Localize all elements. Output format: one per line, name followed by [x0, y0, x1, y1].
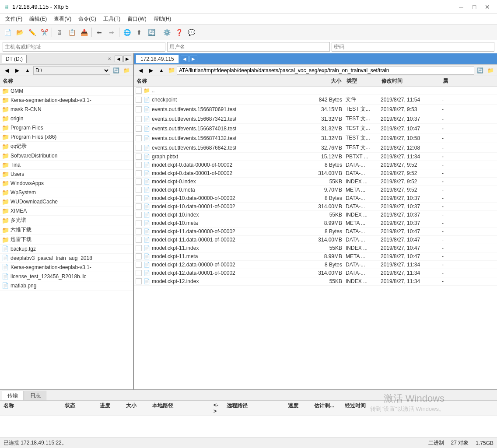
left-panel-close[interactable]: ✕ [106, 56, 113, 62]
left-up-button[interactable]: ▲ [23, 66, 32, 75]
right-nav-left[interactable]: ◀ [181, 56, 189, 62]
list-item[interactable]: 📁Users [0, 170, 133, 179]
left-nav-left[interactable]: ◀ [115, 56, 122, 62]
table-row[interactable]: 📄events.out.tfevents.1566874018.test31.3… [134, 124, 497, 133]
menu-command[interactable]: 命令(C) [75, 14, 100, 24]
list-item[interactable]: 📁mask R-CNN [0, 105, 133, 114]
tb-btn14[interactable]: ❓ [173, 27, 185, 38]
right-new-folder-button[interactable]: 📁 [486, 66, 495, 75]
list-item[interactable]: 📁WUDownloadCache [0, 197, 133, 206]
list-item[interactable]: 📁Keras-segmentation-deeplab-v3.1- [0, 96, 133, 105]
table-row[interactable]: 📄events.out.tfevents.1566873421.test31.3… [134, 114, 497, 124]
tb-btn8[interactable]: ⬅ [94, 27, 105, 38]
table-row[interactable]: 📄checkpoint842 Bytes文件2019/8/27, 11:54- [134, 95, 497, 105]
table-row[interactable]: 📄model.ckpt-10.meta8.99MBMETA ...2019/8/… [134, 219, 497, 228]
table-row[interactable]: 📄model.ckpt-0.data-00001-of-00002314.00M… [134, 169, 497, 178]
table-row[interactable]: 📄events.out.tfevents.1566870691.test34.1… [134, 105, 497, 114]
table-row[interactable]: 📄model.ckpt-10.index55KBINDEX ...2019/8/… [134, 211, 497, 219]
right-col-name-header[interactable]: 名称 [134, 77, 300, 85]
list-item[interactable]: 📁多光谱 [0, 216, 133, 225]
list-item[interactable]: 📁WpSystem [0, 188, 133, 197]
list-item[interactable]: 📁XIMEA [0, 206, 133, 216]
menu-tools[interactable]: 工具(T) [100, 14, 124, 24]
right-col-extra-header[interactable]: 属 [440, 77, 497, 85]
tb-btn7[interactable]: 📥 [78, 27, 90, 38]
menu-window[interactable]: 窗口(W) [124, 14, 150, 24]
list-item[interactable]: 📁WindowsApps [0, 179, 133, 188]
list-item[interactable]: 📁六维下载 [0, 225, 133, 235]
list-item[interactable]: 📄Keras-segmentation-deeplab-v3.1- [0, 263, 133, 272]
list-item[interactable]: 📁origin [0, 114, 133, 123]
tb-btn9[interactable]: ➡ [106, 27, 117, 38]
username-input[interactable] [167, 42, 330, 52]
right-back-button[interactable]: ◀ [136, 66, 145, 75]
list-item[interactable]: 📁GMM [0, 87, 133, 96]
left-forward-button[interactable]: ▶ [12, 66, 22, 75]
left-path-select[interactable]: D:\ [33, 66, 110, 75]
tb-btn6[interactable]: 📋 [66, 27, 77, 38]
table-row[interactable]: 📄model.ckpt-12.data-00001-of-00002314.00… [134, 269, 497, 277]
tb-btn4[interactable]: ✂️ [38, 27, 50, 38]
table-row[interactable]: 📄events.out.tfevents.1566874132.test31.3… [134, 133, 497, 143]
table-row[interactable]: 📄model.ckpt-11.meta8.99MBMETA ...2019/8/… [134, 252, 497, 261]
right-col-size-header[interactable]: 大小 [300, 77, 344, 85]
list-item[interactable]: 📁Program Files [0, 123, 133, 133]
new-session-button[interactable]: 📄 [2, 27, 13, 38]
right-col-type-header[interactable]: 类型 [344, 77, 379, 85]
table-row[interactable]: 📄events.out.tfevents.1566876842.test32.7… [134, 143, 497, 153]
table-row[interactable]: 📄model.ckpt-0.data-00000-of-000028 Bytes… [134, 161, 497, 169]
table-row[interactable]: 📄model.ckpt-11.data-00001-of-00002314.00… [134, 236, 497, 244]
list-item[interactable]: 📄matlab.png [0, 281, 133, 290]
list-item[interactable]: 📁Program Files (x86) [0, 133, 133, 142]
list-item[interactable]: 📁qq记录 [0, 142, 133, 151]
right-panel-tab[interactable]: 172.18.49.115 [136, 55, 179, 63]
transfer-tab-transfer[interactable]: 传输 [2, 391, 24, 400]
table-row[interactable]: 📄model.ckpt-10.data-00001-of-00002314.00… [134, 203, 497, 211]
table-row[interactable]: 📄model.ckpt-12.index55KBINDEX ...2019/8/… [134, 277, 497, 286]
password-input[interactable] [332, 42, 494, 52]
right-up-button[interactable]: ▲ [157, 66, 166, 75]
right-col-time-header[interactable]: 修改时间 [379, 77, 440, 85]
transfer-tab-log[interactable]: 日志 [24, 391, 46, 400]
list-item[interactable]: 📁迅雷下载 [0, 235, 133, 245]
menu-file[interactable]: 文件(F) [2, 14, 26, 24]
maximize-button[interactable]: □ [468, 2, 480, 12]
left-nav-right[interactable]: ▶ [123, 56, 131, 62]
list-item[interactable]: 📄backup.tgz [0, 245, 133, 254]
host-input[interactable] [3, 42, 165, 52]
table-row[interactable]: 📄model.ckpt-12.data-00000-of-000028 Byte… [134, 261, 497, 269]
menu-view[interactable]: 查看(V) [50, 14, 75, 24]
left-refresh-button[interactable]: 🔄 [111, 66, 121, 75]
left-new-folder-button[interactable]: 📁 [122, 66, 131, 75]
left-panel-tab[interactable]: DT (D:) [2, 55, 27, 63]
menu-help[interactable]: 帮助(H) [150, 14, 175, 24]
tb-btn15[interactable]: 💬 [186, 27, 197, 38]
right-refresh-button[interactable]: 🔄 [475, 66, 485, 75]
tb-btn11[interactable]: ⬆ [133, 27, 145, 38]
list-item[interactable]: 📄deeplabv3_pascal_train_aug_2018_ [0, 254, 133, 263]
open-button[interactable]: 📂 [14, 27, 25, 38]
table-row[interactable]: 📄model.ckpt-11.index55KBINDEX ...2019/8/… [134, 244, 497, 252]
list-item[interactable]: 📁Tina [0, 161, 133, 170]
table-row[interactable]: 📄model.ckpt-11.data-00000-of-000028 Byte… [134, 228, 497, 236]
left-col-name-header[interactable]: 名称 [0, 77, 133, 85]
tb-btn10[interactable]: 🌐 [121, 27, 133, 38]
table-row[interactable]: 📄model.ckpt-0.meta9.70MBMETA ...2019/8/2… [134, 186, 497, 194]
menu-edit[interactable]: 编辑(E) [26, 14, 50, 24]
list-item[interactable]: 📄license_test_123456_R2018b.lic [0, 272, 133, 281]
close-button[interactable]: ✕ [481, 2, 494, 12]
left-back-button[interactable]: ◀ [2, 66, 11, 75]
table-row[interactable]: 📄graph.pbtxt15.12MBPBTXT ...2019/8/27, 1… [134, 153, 497, 161]
minimize-button[interactable]: ─ [455, 2, 467, 12]
table-row[interactable]: 📄model.ckpt-10.data-00000-of-000028 Byte… [134, 194, 497, 203]
tb-btn3[interactable]: ✏️ [26, 27, 38, 38]
right-forward-button[interactable]: ▶ [146, 66, 156, 75]
list-item[interactable]: 📁SoftwareDistribution [0, 151, 133, 161]
table-row[interactable]: 📁.. [134, 87, 497, 95]
right-nav-right[interactable]: ▶ [189, 56, 197, 62]
tb-btn13[interactable]: ⚙️ [161, 27, 172, 38]
right-path-input[interactable] [177, 66, 474, 75]
table-row[interactable]: 📄model.ckpt-0.index55KBINDEX ...2019/8/2… [134, 178, 497, 186]
tb-btn12[interactable]: 🔄 [146, 27, 157, 38]
tb-btn5[interactable]: 🖥 [54, 27, 65, 38]
